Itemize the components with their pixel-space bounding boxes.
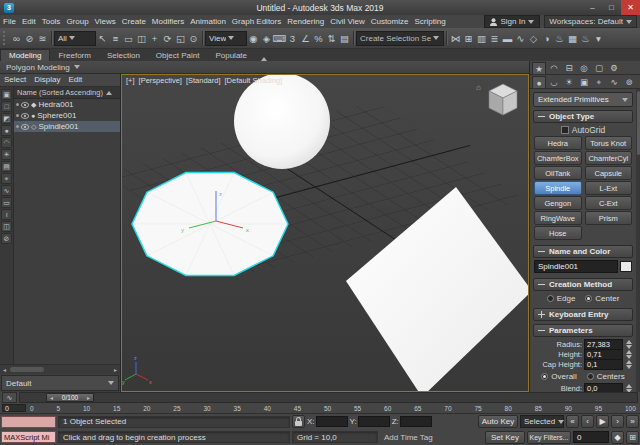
- scroll-right-icon[interactable]: ▸: [111, 365, 120, 374]
- rendered-frame-window-icon[interactable]: ▦: [566, 30, 579, 47]
- explorer-menu-item[interactable]: Select: [0, 74, 30, 86]
- macro-recorder-line[interactable]: [1, 416, 56, 428]
- select-and-link-icon[interactable]: ∞: [10, 30, 23, 47]
- workspaces-dropdown[interactable]: Workspaces: Default: [544, 15, 637, 28]
- scroll-thumb[interactable]: [10, 367, 44, 372]
- command-panel-scrollbar[interactable]: [636, 89, 640, 392]
- hierarchy-tab-icon[interactable]: ⊟: [562, 62, 576, 74]
- lock-navigation-icon[interactable]: ⊘: [1, 233, 12, 244]
- primitive-category-dropdown[interactable]: Extended Primitives: [533, 92, 633, 107]
- spindle-button[interactable]: Spindle: [534, 181, 582, 195]
- time-slider-handle[interactable]: ◄ 0/100 ►: [46, 393, 94, 402]
- lights-category-icon[interactable]: ☀: [562, 76, 576, 88]
- spinner[interactable]: [625, 360, 632, 369]
- scene-item-sphere001[interactable]: ● Sphere001: [14, 110, 120, 121]
- toggle-scene-explorer-icon[interactable]: ▥: [475, 30, 488, 47]
- spinner[interactable]: [625, 350, 632, 359]
- c-ext-button[interactable]: C-Ext: [585, 196, 633, 210]
- object-color-swatch[interactable]: [620, 261, 632, 272]
- current-frame-field[interactable]: 0: [573, 431, 609, 443]
- shapes-category-icon[interactable]: ◡: [547, 76, 561, 88]
- viewport-canvas[interactable]: z x y ⌂ z x: [122, 75, 528, 391]
- viewcube-home-icon[interactable]: ⌂: [476, 83, 481, 92]
- menu-item[interactable]: Civil View: [327, 15, 368, 28]
- scroll-left-icon[interactable]: ◂: [0, 365, 9, 374]
- gengon-button[interactable]: Gengon: [534, 196, 582, 210]
- mirror-icon[interactable]: ⋈: [449, 30, 462, 47]
- select-and-place-icon[interactable]: ⊙: [187, 30, 200, 47]
- menu-item[interactable]: Create: [119, 15, 149, 28]
- ribbon-tab-modeling[interactable]: Modeling: [0, 49, 50, 61]
- render-setup-icon[interactable]: ♨: [553, 30, 566, 47]
- select-object-icon[interactable]: ↖: [96, 30, 109, 47]
- sphere-object[interactable]: [234, 75, 330, 169]
- key-filter-scope-dropdown[interactable]: Selected: [520, 415, 564, 428]
- material-editor-icon[interactable]: ◑: [540, 30, 553, 47]
- close-button[interactable]: ✕: [621, 0, 640, 15]
- display-shapes-icon[interactable]: ◠: [1, 137, 12, 148]
- capsule-button[interactable]: Capsule: [585, 166, 633, 180]
- named-selection-sets-icon[interactable]: ▤: [338, 30, 351, 47]
- spinner-snap-icon[interactable]: ⇅: [325, 30, 338, 47]
- toolbar-grip[interactable]: [3, 31, 8, 45]
- menu-item[interactable]: Customize: [368, 15, 412, 28]
- menu-item[interactable]: Group: [63, 15, 91, 28]
- maxscript-mini-listener[interactable]: MAXScript Mi: [1, 431, 56, 443]
- chamfercyl-button[interactable]: ChamferCyl: [585, 151, 633, 165]
- time-configuration-button[interactable]: ⊞: [626, 431, 639, 444]
- parameter-value-field[interactable]: 0,1: [584, 359, 623, 370]
- overall-radio[interactable]: Overall: [541, 372, 576, 381]
- name-column-header[interactable]: Name (Sorted Ascending): [14, 87, 120, 99]
- select-by-name-icon[interactable]: ≡: [109, 30, 122, 47]
- toolbar-overflow-icon[interactable]: ▾: [592, 30, 605, 47]
- track-bar-frame-marker[interactable]: 0: [2, 404, 26, 412]
- cameras-category-icon[interactable]: ▣: [577, 76, 591, 88]
- previous-frame-arrow-icon[interactable]: ◄: [49, 395, 54, 401]
- reference-coordinate-system-dropdown[interactable]: View: [205, 31, 247, 46]
- set-key-button[interactable]: Set Key: [485, 431, 525, 444]
- explorer-empty-area[interactable]: [14, 132, 120, 364]
- create-tab-icon[interactable]: ★: [532, 62, 546, 74]
- titlebar[interactable]: 3 Untitled - Autodesk 3ds Max 2019 – □ ✕: [0, 0, 640, 16]
- menu-item[interactable]: Scripting: [411, 15, 448, 28]
- maximize-button[interactable]: □: [602, 0, 621, 15]
- key-mode-toggle-button[interactable]: ◆: [611, 431, 624, 444]
- coordinate-input[interactable]: [358, 416, 390, 427]
- creation-method-rollout-header[interactable]: Creation Method: [533, 278, 633, 291]
- menu-item[interactable]: Graph Editors: [229, 15, 284, 28]
- display-containers-icon[interactable]: ◫: [1, 221, 12, 232]
- go-to-start-button[interactable]: «: [566, 415, 579, 428]
- select-invert-icon[interactable]: ◩: [1, 113, 12, 124]
- viewport-general-menu[interactable]: [+]: [126, 76, 135, 85]
- menu-item[interactable]: Animation: [187, 15, 229, 28]
- eye-icon[interactable]: [21, 102, 29, 108]
- oiltank-button[interactable]: OilTank: [534, 166, 582, 180]
- systems-category-icon[interactable]: ⊚: [622, 76, 636, 88]
- display-spacewarps-icon[interactable]: ∿: [1, 185, 12, 196]
- edge-radio[interactable]: Edge: [547, 294, 576, 303]
- hedra-button[interactable]: Hedra: [534, 136, 582, 150]
- play-button[interactable]: ▶: [596, 415, 609, 428]
- percent-snap-icon[interactable]: %: [312, 30, 325, 47]
- display-geometry-icon[interactable]: ●: [1, 125, 12, 136]
- go-to-end-button[interactable]: »: [626, 415, 639, 428]
- parameters-rollout-header[interactable]: Parameters: [533, 324, 633, 337]
- utilities-tab-icon[interactable]: ⚙: [607, 62, 621, 74]
- rectangular-selection-region-icon[interactable]: ▭: [122, 30, 135, 47]
- toggle-ribbon-icon[interactable]: ▬: [501, 30, 514, 47]
- perspective-viewport[interactable]: [+][Perspective][Standard][Default Shadi…: [121, 74, 529, 392]
- autogrid-checkbox[interactable]: [561, 126, 569, 134]
- explorer-preset-dropdown[interactable]: Default: [1, 375, 119, 391]
- next-frame-arrow-icon[interactable]: ►: [86, 395, 91, 401]
- coordinate-input[interactable]: [316, 416, 348, 427]
- spindle-object[interactable]: [132, 173, 288, 276]
- modify-tab-icon[interactable]: ◠: [547, 62, 561, 74]
- mini-curve-editor-icon[interactable]: ∿: [2, 392, 17, 403]
- viewport-pov-menu[interactable]: [Perspective]: [139, 76, 182, 85]
- torus-knot-button[interactable]: Torus Knot: [585, 136, 633, 150]
- sign-in-button[interactable]: Sign In: [484, 15, 540, 28]
- add-time-tag[interactable]: Add Time Tag: [380, 433, 437, 442]
- centers-radio[interactable]: Centers: [587, 372, 625, 381]
- render-production-icon[interactable]: ♨: [579, 30, 592, 47]
- viewport-renderer-menu[interactable]: [Standard]: [186, 76, 221, 85]
